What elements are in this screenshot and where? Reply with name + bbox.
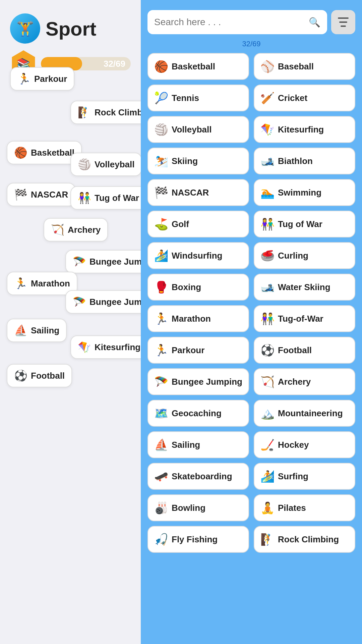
card-label: Bungee Jumping bbox=[89, 297, 141, 307]
left-card-parkour[interactable]: 🏃Parkour bbox=[10, 67, 74, 91]
grid-label: Volleyball bbox=[172, 124, 212, 135]
grid-card-tug-of-war-2[interactable]: 👫Tug-of-War bbox=[254, 305, 355, 332]
grid-label: Cricket bbox=[278, 93, 307, 103]
card-label: Sailing bbox=[31, 325, 59, 336]
search-icon: 🔍 bbox=[309, 17, 320, 28]
grid-label: Swimming bbox=[278, 187, 321, 198]
grid-card-boxing[interactable]: 🥊Boxing bbox=[147, 274, 249, 301]
card-emoji: 🪁 bbox=[78, 341, 91, 354]
app-header: 🏋️ Sport bbox=[0, 0, 141, 50]
card-label: Rock Climbing bbox=[95, 107, 141, 118]
left-card-rock-climbing[interactable]: 🧗Rock Climbing bbox=[70, 101, 141, 124]
grid-emoji: 🪁 bbox=[260, 123, 275, 136]
grid-card-biathlon[interactable]: 🎿Biathlon bbox=[254, 148, 355, 174]
grid-card-bowling[interactable]: 🎳Bowling bbox=[147, 494, 249, 521]
card-emoji: ⛵ bbox=[14, 324, 27, 337]
filter-button[interactable] bbox=[331, 10, 355, 34]
grid-card-water-skiing[interactable]: 🎿Water Skiing bbox=[254, 274, 355, 301]
grid-card-tennis[interactable]: 🎾Tennis bbox=[147, 85, 249, 111]
grid-card-windsurfing[interactable]: 🏄Windsurfing bbox=[147, 242, 249, 269]
card-emoji: 🏹 bbox=[51, 223, 64, 236]
grid-emoji: 🎿 bbox=[260, 154, 275, 168]
grid-emoji: 🥊 bbox=[154, 280, 168, 294]
grid-label: Tug-of-War bbox=[278, 314, 323, 324]
grid-card-parkour[interactable]: 🏃Parkour bbox=[147, 337, 249, 364]
grid-card-sailing[interactable]: ⛵Sailing bbox=[147, 431, 249, 458]
grid-card-marathon[interactable]: 🏃Marathon bbox=[147, 305, 249, 332]
grid-emoji: 🧘 bbox=[260, 501, 275, 515]
card-label: Tug of War bbox=[95, 193, 139, 203]
grid-card-rock-climbing[interactable]: 🧗Rock Climbing bbox=[254, 526, 355, 553]
card-label: Marathon bbox=[31, 278, 70, 289]
grid-emoji: ⚾ bbox=[260, 60, 275, 73]
grid-label: Surfing bbox=[278, 471, 308, 482]
card-emoji: 🪂 bbox=[73, 296, 86, 308]
grid-emoji: 🛹 bbox=[154, 470, 168, 483]
grid-label: Marathon bbox=[172, 314, 211, 324]
grid-label: Water Skiing bbox=[278, 282, 330, 292]
grid-label: Baseball bbox=[278, 61, 314, 72]
grid-card-mountaineering[interactable]: 🏔️Mountaineering bbox=[254, 400, 355, 427]
grid-card-geocaching[interactable]: 🗺️Geocaching bbox=[147, 400, 249, 427]
left-card-tug-of-war[interactable]: 👫Tug of War bbox=[70, 186, 141, 210]
search-input[interactable] bbox=[154, 17, 305, 28]
grid-card-fly-fishing[interactable]: 🎣Fly Fishing bbox=[147, 526, 249, 553]
grid-card-nascar[interactable]: 🏁NASCAR bbox=[147, 179, 249, 206]
sport-grid: 🏀Basketball⚾Baseball🎾Tennis🏏Cricket🏐Voll… bbox=[147, 53, 355, 559]
app-title: Sport bbox=[46, 17, 96, 40]
grid-card-pilates[interactable]: 🧘Pilates bbox=[254, 494, 355, 521]
left-card-nascar[interactable]: 🏁NASCAR bbox=[7, 183, 75, 206]
left-card-bungee-1[interactable]: 🪂Bungee Jumping bbox=[65, 250, 141, 273]
grid-card-bungee-jumping[interactable]: 🪂Bungee Jumping bbox=[147, 368, 249, 395]
grid-card-volleyball[interactable]: 🏐Volleyball bbox=[147, 116, 249, 143]
card-label: Archery bbox=[68, 225, 101, 235]
grid-card-baseball[interactable]: ⚾Baseball bbox=[254, 53, 355, 80]
card-emoji: 🧗 bbox=[78, 106, 91, 119]
card-label: Parkour bbox=[34, 74, 67, 84]
grid-card-curling[interactable]: 🥌Curling bbox=[254, 242, 355, 269]
grid-emoji: 👫 bbox=[260, 217, 275, 231]
grid-card-football[interactable]: ⚽Football bbox=[254, 337, 355, 364]
grid-card-kitesurfing[interactable]: 🪁Kitesurfing bbox=[254, 116, 355, 143]
grid-emoji: 🎿 bbox=[260, 280, 275, 294]
grid-card-cricket[interactable]: 🏏Cricket bbox=[254, 85, 355, 111]
grid-card-skateboarding[interactable]: 🛹Skateboarding bbox=[147, 463, 249, 490]
svg-rect-2 bbox=[341, 25, 346, 27]
left-panel: 🏋️ Sport 📚 32/69 🏃Parkour🧗Rock Climbing🏀… bbox=[0, 0, 141, 644]
grid-card-archery[interactable]: 🏹Archery bbox=[254, 368, 355, 395]
grid-label: Basketball bbox=[172, 61, 215, 72]
left-card-archery[interactable]: 🏹Archery bbox=[44, 218, 108, 241]
card-label: NASCAR bbox=[31, 190, 68, 200]
grid-card-tug-of-war[interactable]: 👫Tug of War bbox=[254, 211, 355, 237]
grid-label: Mountaineering bbox=[278, 408, 343, 419]
grid-emoji: 🗺️ bbox=[154, 407, 168, 420]
left-card-sailing[interactable]: ⛵Sailing bbox=[7, 319, 67, 342]
grid-label: Pilates bbox=[278, 503, 306, 513]
grid-label: Skateboarding bbox=[172, 471, 232, 482]
grid-card-golf[interactable]: ⛳Golf bbox=[147, 211, 249, 237]
grid-emoji: ⛵ bbox=[154, 438, 168, 451]
grid-emoji: 🏁 bbox=[154, 186, 168, 199]
card-emoji: 👫 bbox=[78, 192, 91, 204]
search-input-wrap[interactable]: 🔍 bbox=[147, 10, 327, 34]
grid-scroll[interactable]: 🏀Basketball⚾Baseball🎾Tennis🏏Cricket🏐Voll… bbox=[147, 53, 355, 644]
grid-card-swimming[interactable]: 🏊Swimming bbox=[254, 179, 355, 206]
card-emoji: 🏃 bbox=[14, 277, 27, 290]
grid-card-skiing[interactable]: ⛷️Skiing bbox=[147, 148, 249, 174]
grid-label: Fly Fishing bbox=[172, 534, 218, 545]
grid-card-basketball[interactable]: 🏀Basketball bbox=[147, 53, 249, 80]
grid-emoji: 🪂 bbox=[154, 375, 168, 388]
left-card-football[interactable]: ⚽Football bbox=[7, 364, 72, 387]
left-card-kitesurfing[interactable]: 🪁Kitesurfing bbox=[70, 335, 141, 359]
grid-card-surfing[interactable]: 🏄Surfing bbox=[254, 463, 355, 490]
grid-label: Skiing bbox=[172, 156, 198, 166]
left-card-bungee-2[interactable]: 🪂Bungee Jumping bbox=[65, 290, 141, 314]
grid-label: Parkour bbox=[172, 345, 204, 356]
grid-label: Golf bbox=[172, 219, 189, 229]
progress-label: 32/69 bbox=[104, 59, 125, 69]
left-card-volleyball[interactable]: 🏐Volleyball bbox=[70, 153, 141, 176]
left-card-marathon[interactable]: 🏃Marathon bbox=[7, 272, 77, 295]
card-label: Football bbox=[31, 371, 65, 381]
grid-card-hockey[interactable]: 🏒Hockey bbox=[254, 431, 355, 458]
grid-emoji: ⛳ bbox=[154, 217, 168, 231]
